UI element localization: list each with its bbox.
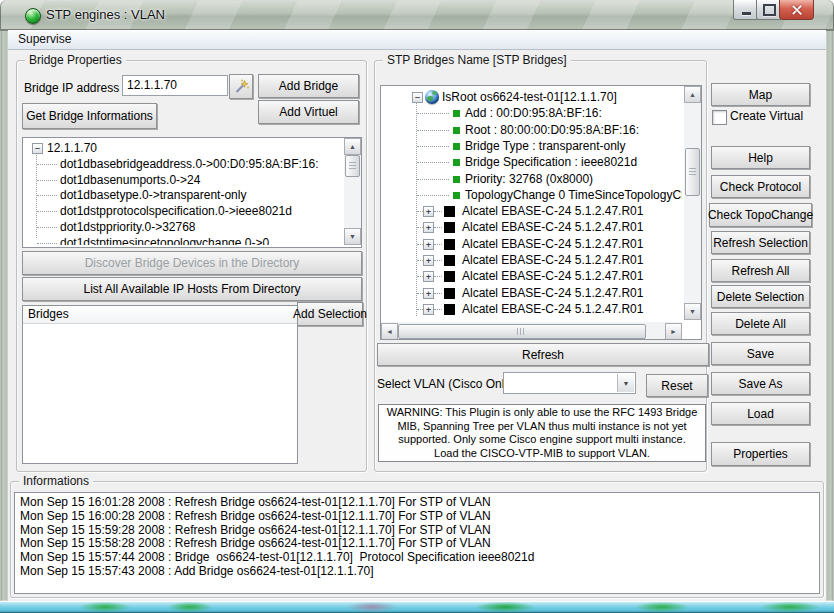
collapse-icon[interactable]: − <box>412 92 423 103</box>
expand-icon[interactable]: + <box>423 304 434 315</box>
stp-property-node[interactable]: Priority: 32768 (0x8000) <box>381 171 682 187</box>
stp-port-node[interactable]: +Alcatel EBASE-C-24 5.1.2.47.R01 <box>381 301 682 317</box>
expand-icon[interactable]: + <box>423 271 434 282</box>
add-virtuel-button[interactable]: Add Virtuel <box>258 100 359 124</box>
refresh-all-button[interactable]: Refresh All <box>711 259 810 282</box>
tree-node-oid[interactable]: dot1dstppriority.0->32768 <box>23 219 342 235</box>
close-button[interactable] <box>779 0 814 20</box>
stp-tree-vscrollbar[interactable]: ▲ ▼ <box>684 86 701 320</box>
wand-button[interactable] <box>229 74 253 99</box>
chevron-down-icon[interactable]: ▼ <box>617 374 634 392</box>
expand-icon[interactable]: + <box>423 255 434 266</box>
tree-node-oid[interactable]: dot1dstptimesincetopologychange.0->0 <box>23 235 342 246</box>
stp-port-node[interactable]: +Alcatel EBASE-C-24 5.1.2.47.R01 <box>381 236 682 252</box>
refresh-selection-button[interactable]: Refresh Selection <box>711 231 810 254</box>
stp-property-node[interactable]: TopologyChange 0 TimeSinceTopologyChange <box>381 187 682 203</box>
expand-icon[interactable]: + <box>423 206 434 217</box>
tree-connector <box>37 164 57 165</box>
check-protocol-button[interactable]: Check Protocol <box>711 175 810 198</box>
stp-port-label: Alcatel EBASE-C-24 5.1.2.47.R01 <box>462 219 643 235</box>
select-vlan-label: Select VLAN (Cisco Only) <box>377 377 514 391</box>
get-bridge-informations-button[interactable]: Get Bridge Informations <box>22 103 157 129</box>
tree-node-oid[interactable]: dot1dstpprotocolspecification.0->ieee802… <box>23 203 342 219</box>
informations-group-label: Informations <box>19 474 93 488</box>
stp-port-node[interactable]: +Alcatel EBASE-C-24 5.1.2.47.R01 <box>381 252 682 268</box>
scroll-left-button[interactable]: ◄ <box>381 323 398 340</box>
bridge-port-marker-icon <box>444 304 455 315</box>
scroll-down-button[interactable]: ▼ <box>684 303 701 320</box>
scroll-up-button[interactable]: ▲ <box>684 86 701 103</box>
mib-tree-scrollbar[interactable]: ▲ ▼ <box>344 138 361 245</box>
check-topochange-button[interactable]: Check TopoChange <box>709 203 812 227</box>
bridge-port-marker-icon <box>444 222 455 233</box>
map-button[interactable]: Map <box>711 83 810 106</box>
select-vlan-combobox[interactable]: ▼ <box>503 372 636 394</box>
bridge-property-marker-icon <box>453 110 460 117</box>
discover-bridge-devices-button[interactable]: Discover Bridge Devices in the Directory <box>22 251 362 275</box>
bridge-property-marker-icon <box>453 176 460 183</box>
tree-connector <box>37 211 57 212</box>
expand-icon[interactable]: + <box>423 222 434 233</box>
add-selection-button[interactable]: Add Selection <box>297 302 363 326</box>
expand-icon[interactable]: + <box>423 239 434 250</box>
stp-property-node[interactable]: Bridge Type : transparent-only <box>381 138 682 154</box>
scroll-thumb[interactable] <box>345 155 360 177</box>
window-border-left <box>0 30 8 601</box>
bridge-port-marker-icon <box>444 288 455 299</box>
menu-supervise[interactable]: Supervise <box>12 30 77 49</box>
tree-connector <box>417 113 449 114</box>
stp-property-label: Root : 80:00:00:D0:95:8A:BF:16: <box>465 122 639 138</box>
refresh-button[interactable]: Refresh <box>377 343 709 366</box>
stp-port-node[interactable]: +Alcatel EBASE-C-24 5.1.2.47.R01 <box>381 203 682 219</box>
stp-property-label: Priority: 32768 (0x8000) <box>465 171 593 187</box>
magic-wand-icon <box>233 78 250 95</box>
stp-port-label: Alcatel EBASE-C-24 5.1.2.47.R01 <box>462 268 643 284</box>
scroll-up-button[interactable]: ▲ <box>344 138 361 155</box>
stp-port-label: Alcatel EBASE-C-24 5.1.2.47.R01 <box>462 285 643 301</box>
log-line: Mon Sep 15 16:00:28 2008 : Refresh Bridg… <box>20 510 817 524</box>
help-button[interactable]: Help <box>711 146 810 169</box>
save-as-button[interactable]: Save As <box>711 372 810 395</box>
tree-node-oid[interactable]: dot1dbasenumports.0->24 <box>23 172 342 188</box>
delete-all-button[interactable]: Delete All <box>711 312 810 335</box>
tree-node-label: dot1dbasenumports.0->24 <box>60 172 200 188</box>
stp-property-node[interactable]: Bridge Specification : ieee8021d <box>381 154 682 170</box>
load-button[interactable]: Load <box>711 402 810 425</box>
bridge-ip-input[interactable]: 12.1.1.70 <box>122 75 228 96</box>
bridge-property-marker-icon <box>453 143 460 150</box>
tree-node-label: dot1dstppriority.0->32768 <box>60 219 196 235</box>
add-bridge-button[interactable]: Add Bridge <box>258 74 359 98</box>
stp-root-node[interactable]: −IsRoot os6624-test-01[12.1.1.70] <box>381 89 682 105</box>
tree-node-root[interactable]: −12.1.1.70 <box>23 140 342 156</box>
title-bar[interactable]: STP engines : VLAN <box>0 0 834 31</box>
scroll-down-button[interactable]: ▼ <box>344 228 361 245</box>
tree-node-oid[interactable]: dot1dbasetype.0->transparent-only <box>23 187 342 203</box>
scroll-right-button[interactable]: ► <box>665 323 682 340</box>
app-icon <box>25 8 41 24</box>
tree-node-oid[interactable]: dot1dbasebridgeaddress.0->00:D0:95:8A:BF… <box>23 156 342 172</box>
window-border-right <box>826 30 834 601</box>
stp-property-node[interactable]: Add : 00:D0:95:8A:BF:16: <box>381 105 682 121</box>
collapse-icon[interactable]: − <box>32 143 43 154</box>
reset-button[interactable]: Reset <box>646 374 708 397</box>
stp-port-node[interactable]: +Alcatel EBASE-C-24 5.1.2.47.R01 <box>381 285 682 301</box>
window-title: STP engines : VLAN <box>46 7 165 22</box>
list-ip-hosts-button[interactable]: List All Available IP Hosts From Directo… <box>22 277 362 301</box>
stp-property-node[interactable]: Root : 80:00:00:D0:95:8A:BF:16: <box>381 122 682 138</box>
properties-button[interactable]: Properties <box>711 442 810 466</box>
delete-selection-button[interactable]: Delete Selection <box>711 285 810 308</box>
stp-root-label: IsRoot os6624-test-01[12.1.1.70] <box>442 89 617 105</box>
stp-port-node[interactable]: +Alcatel EBASE-C-24 5.1.2.47.R01 <box>381 219 682 235</box>
create-virtual-checkbox[interactable] <box>712 110 727 125</box>
bridges-list[interactable]: Bridges <box>22 305 298 464</box>
tree-connector <box>37 227 57 228</box>
expand-icon[interactable]: + <box>423 288 434 299</box>
stp-tree-hscrollbar[interactable]: ◄ ► <box>381 322 682 339</box>
stp-port-node[interactable]: +Alcatel EBASE-C-24 5.1.2.47.R01 <box>381 317 682 320</box>
stp-port-node[interactable]: +Alcatel EBASE-C-24 5.1.2.47.R01 <box>381 268 682 284</box>
bridges-list-header[interactable]: Bridges <box>23 306 297 324</box>
scroll-thumb[interactable] <box>685 148 700 196</box>
create-virtual-label[interactable]: Create Virtual <box>730 109 803 124</box>
save-button[interactable]: Save <box>711 342 810 365</box>
scroll-thumb[interactable] <box>398 324 646 339</box>
